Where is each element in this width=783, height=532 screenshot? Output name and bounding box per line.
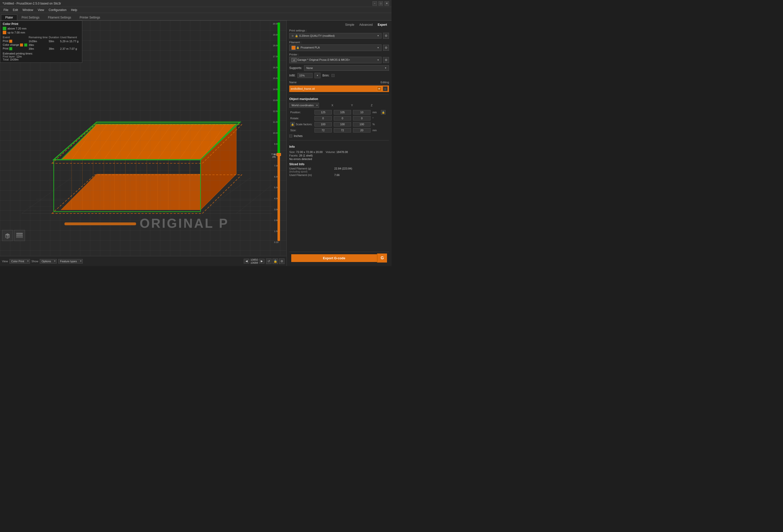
print-settings-gear-button[interactable]: ⚙: [383, 33, 389, 39]
export-area: Export G-code G: [289, 252, 389, 264]
print-settings-arrow-icon: ▼: [377, 34, 379, 37]
filament-value: Prusament PLA: [301, 46, 320, 49]
filament-gear-button[interactable]: ⚙: [383, 45, 389, 51]
legend-green-label: above 7.20 mm: [7, 27, 27, 30]
nav-num-top: 10850: [250, 258, 258, 261]
visibility-toggle-button[interactable]: 👁: [377, 87, 381, 91]
infill-row: Infill: ▼ Brim:: [289, 73, 389, 78]
printer-value: Garage * Original Prusa i3 MK3S & MK3S+: [297, 58, 350, 61]
legend-orange-label: up to 7.00 mm: [7, 31, 25, 34]
tab-printer-settings[interactable]: Printer Settings: [75, 14, 104, 20]
table-row: Print 39m 39m 2.37 m 7.07 g: [3, 47, 80, 51]
menu-configuration[interactable]: Configuration: [47, 8, 68, 12]
printer-gear-button[interactable]: ⚙: [383, 57, 389, 63]
col-name-label: Name: [289, 81, 296, 84]
scale-lock-button[interactable]: 🔒: [290, 122, 295, 126]
inches-checkbox[interactable]: [289, 134, 292, 137]
size-x-value[interactable]: 72: [314, 128, 332, 132]
pos-lock-icon[interactable]: 🔒: [381, 110, 385, 115]
xyz-header: X Y Z: [322, 104, 389, 107]
pos-y-value[interactable]: 105: [334, 110, 351, 115]
filament-row: 🔒 Prusament PLA ▼ ⚙: [289, 44, 389, 51]
print-settings-lock2-icon: 🔒: [295, 34, 298, 37]
menu-file[interactable]: File: [1, 8, 10, 12]
infill-dropdown-button[interactable]: ▼: [314, 73, 320, 78]
rotate-row: Rotate: 0 0 0 °: [289, 115, 389, 121]
size-y-value[interactable]: 72: [334, 128, 351, 132]
row2-remaining: 39m: [29, 43, 49, 47]
view-layers-icon[interactable]: [14, 230, 25, 241]
scale-y-value[interactable]: 100: [334, 122, 351, 126]
total-label: Total:: [3, 58, 9, 61]
sliced-filament-m-value: 7.66: [334, 174, 340, 177]
brim-checkbox[interactable]: [332, 74, 335, 77]
minimize-button[interactable]: −: [373, 1, 377, 6]
mode-simple[interactable]: Simple: [343, 23, 356, 27]
pos-x-value[interactable]: 125: [314, 110, 332, 115]
row1-duration: 59m: [49, 39, 60, 43]
position-label: Position:: [289, 109, 313, 115]
nav-left-button[interactable]: ◀: [244, 259, 249, 263]
table-row: Print 1h39m 59m 5.29 m 15.77 g: [3, 39, 80, 43]
size-row: Size: 72 72 20 mm: [289, 127, 389, 133]
close-button[interactable]: ✕: [384, 1, 389, 6]
rot-z-value[interactable]: 0: [353, 116, 370, 121]
window-title: *Untitled - PrusaSlicer-2.5.0 based on S…: [2, 2, 61, 5]
rot-y-value[interactable]: 0: [334, 116, 351, 121]
scale-020: 0.20: [274, 241, 279, 244]
tab-bar: Plater Print Settings Filament Settings …: [0, 13, 392, 21]
world-coords-dropdown[interactable]: World coordinates: [289, 103, 319, 108]
sliced-filament-m-label: Used Filament (m): [289, 174, 334, 177]
size-label: Size:: [289, 127, 313, 133]
menu-view[interactable]: View: [36, 8, 46, 12]
maximize-button[interactable]: □: [378, 1, 383, 6]
scale-x-value[interactable]: 100: [314, 122, 332, 126]
svg-rect-49: [17, 233, 23, 234]
coords-row: World coordinates ▼ X Y Z: [289, 103, 389, 108]
row2-event: Color change: [3, 43, 19, 46]
menu-window[interactable]: Window: [21, 8, 35, 12]
filament-dropdown[interactable]: 🔒 Prusament PLA ▼: [289, 44, 381, 51]
menu-help[interactable]: Help: [69, 8, 79, 12]
pos-z-value[interactable]: 10: [353, 110, 370, 115]
view-cube-area: [2, 230, 25, 241]
supports-dropdown[interactable]: None ▼: [304, 65, 389, 71]
gear-icon[interactable]: ⚙: [279, 258, 284, 264]
feature-select[interactable]: Feature types: [58, 259, 83, 263]
first-layer-label: First layer:: [3, 55, 15, 58]
tab-print-settings[interactable]: Print Settings: [17, 14, 43, 20]
mode-advanced[interactable]: Advanced: [357, 23, 375, 27]
size-z-value[interactable]: 20: [353, 128, 370, 132]
show-select[interactable]: Options: [40, 259, 57, 263]
filament-color-swatch: [291, 46, 295, 50]
view-select[interactable]: Color Print: [9, 259, 30, 263]
printer-dropdown[interactable]: 🖨 Garage * Original Prusa i3 MK3S & MK3S…: [289, 57, 381, 63]
filament-arrow-icon: ▼: [377, 46, 379, 49]
nav-right-button[interactable]: ▶: [259, 259, 264, 263]
left-panel: Color Print above 7.20 mm up to 7.00 mm …: [0, 21, 286, 266]
lock-icon[interactable]: 🔒: [273, 258, 278, 264]
mode-expert[interactable]: Expert: [376, 23, 389, 27]
tab-plater[interactable]: Plater: [1, 14, 17, 20]
print-settings-dropdown[interactable]: ⚙ 🔒 0.20mm QUALITY (modified) ▼: [289, 33, 381, 38]
layer-thumb[interactable]: [277, 153, 281, 156]
info-size-label: Size:: [289, 151, 295, 154]
info-no-errors: No errors detected: [289, 157, 389, 160]
menu-edit[interactable]: Edit: [11, 8, 20, 12]
edit-object-button[interactable]: □: [383, 87, 387, 91]
tab-filament-settings[interactable]: Filament Settings: [44, 14, 75, 20]
infill-input[interactable]: [297, 73, 313, 78]
rot-x-value[interactable]: 0: [314, 116, 332, 121]
reset-icon[interactable]: ↺: [266, 258, 272, 264]
scale-z-value[interactable]: 100: [353, 122, 370, 126]
row3-swatch: [9, 47, 12, 50]
layer-slider[interactable]: 20.00 19.00 18.00 17.00 16.00 15.00 14.0…: [272, 23, 284, 244]
row3-event: Print: [3, 47, 8, 50]
svg-rect-51: [17, 237, 23, 238]
swatch-green: [3, 27, 6, 30]
view-cube-3d[interactable]: [2, 230, 13, 241]
info-volume-label: Volume:: [326, 151, 336, 154]
infill-label: Infill:: [289, 74, 295, 77]
g-button[interactable]: G: [377, 253, 387, 262]
export-gcode-button[interactable]: Export G-code: [291, 254, 377, 262]
